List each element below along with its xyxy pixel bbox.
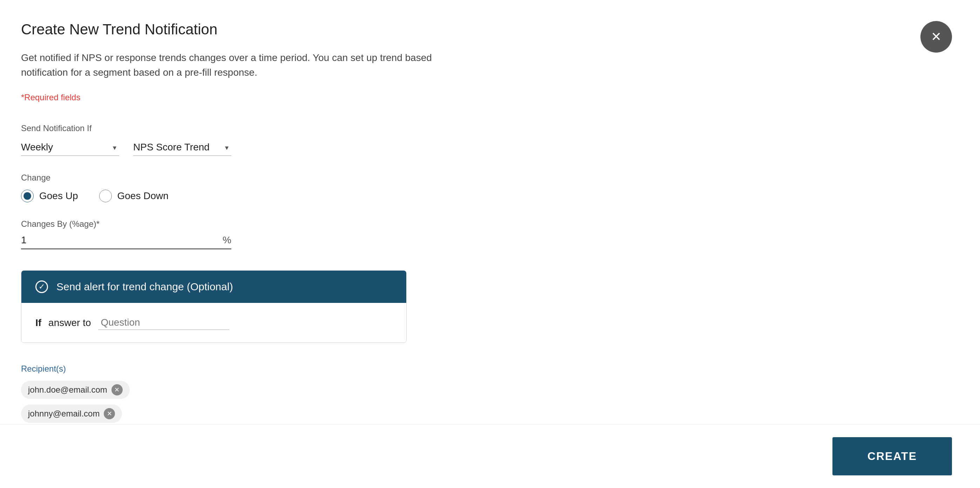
- if-label: If: [35, 317, 41, 329]
- goes-up-radio[interactable]: [21, 190, 33, 202]
- notification-label: Send Notification If: [21, 123, 463, 133]
- goes-down-option[interactable]: Goes Down: [99, 190, 169, 202]
- change-label: Change: [21, 173, 463, 183]
- alert-circle-icon: ✓: [35, 281, 48, 293]
- dropdowns-row: Weekly Daily Monthly ▾ NPS Score Trend R…: [21, 139, 463, 156]
- question-input[interactable]: [98, 316, 229, 330]
- create-button[interactable]: CREATE: [832, 437, 952, 475]
- notification-if-section: Send Notification If Weekly Daily Monthl…: [21, 123, 463, 156]
- frequency-dropdown[interactable]: Weekly Daily Monthly: [21, 139, 119, 156]
- alert-card: ✓ Send alert for trend change (Optional)…: [21, 270, 407, 343]
- if-answer-row: If answer to: [35, 316, 392, 330]
- frequency-dropdown-wrapper: Weekly Daily Monthly ▾: [21, 139, 119, 156]
- required-note: *Required fields: [21, 92, 463, 102]
- change-radio-group: Goes Up Goes Down: [21, 190, 463, 202]
- footer-bar: CREATE: [0, 424, 980, 488]
- remove-email-1-button[interactable]: ✕: [111, 384, 123, 396]
- goes-up-label: Goes Up: [39, 190, 78, 202]
- goes-down-label: Goes Down: [118, 190, 169, 202]
- recipients-label: Recipient(s): [21, 364, 463, 374]
- page-description: Get notified if NPS or response trends c…: [21, 51, 463, 80]
- alert-card-body: If answer to: [21, 303, 406, 343]
- changes-by-input[interactable]: [21, 234, 217, 246]
- email-tag-1: john.doe@email.com ✕: [21, 381, 130, 399]
- remove-email-2-button[interactable]: ✕: [104, 408, 115, 419]
- close-button[interactable]: ✕: [920, 21, 952, 53]
- answer-to-label: answer to: [48, 317, 91, 329]
- type-dropdown-wrapper: NPS Score Trend Response Trend ▾: [133, 139, 231, 156]
- email-tag-2: johnny@email.com ✕: [21, 405, 122, 423]
- changes-by-section: Changes By (%age)* %: [21, 219, 463, 249]
- changes-by-label: Changes By (%age)*: [21, 219, 463, 229]
- percent-symbol: %: [223, 234, 231, 246]
- alert-card-title: Send alert for trend change (Optional): [56, 281, 233, 293]
- goes-down-radio[interactable]: [99, 190, 112, 202]
- email-address-2: johnny@email.com: [28, 409, 100, 419]
- change-section: Change Goes Up Goes Down: [21, 173, 463, 202]
- goes-up-option[interactable]: Goes Up: [21, 190, 78, 202]
- alert-card-header: ✓ Send alert for trend change (Optional): [21, 271, 406, 303]
- type-dropdown[interactable]: NPS Score Trend Response Trend: [133, 139, 231, 156]
- recipients-input-area[interactable]: john.doe@email.com ✕ johnny@email.com ✕: [21, 381, 231, 429]
- changes-by-input-wrapper: %: [21, 234, 231, 249]
- email-address-1: john.doe@email.com: [28, 385, 107, 395]
- page-title: Create New Trend Notification: [21, 21, 463, 38]
